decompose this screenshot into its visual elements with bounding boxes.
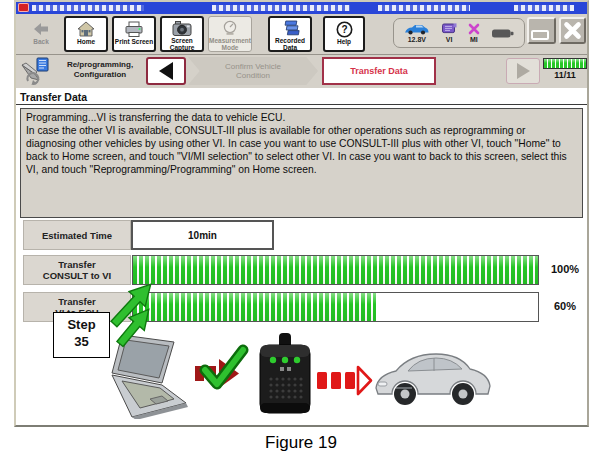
estimated-time-value: 10min xyxy=(131,220,274,250)
battery-voltage-status: 12.8V xyxy=(403,23,430,44)
titlebar-redacted-text xyxy=(32,5,144,11)
section-header: Transfer Data xyxy=(16,88,587,105)
mode-label: Re/programming, Configuration xyxy=(52,60,148,80)
data-flow-arrow-illustration xyxy=(317,364,373,398)
previous-step-button[interactable] xyxy=(146,57,186,85)
mi-x-icon xyxy=(468,23,480,35)
step-confirm-vehicle-condition: Confirm Vehicle Condition xyxy=(188,57,318,85)
recorded-data-icon xyxy=(279,20,301,37)
toolbar: Back Home Print Screen Screen Capture Me xyxy=(16,14,587,55)
recorded-data-button[interactable]: Recorded Data xyxy=(268,16,312,52)
screen-capture-button[interactable]: Screen Capture xyxy=(160,16,204,52)
minimize-button[interactable] xyxy=(527,17,556,44)
printer-icon xyxy=(124,20,144,38)
app-icon xyxy=(18,3,29,12)
check-arrow-illustration xyxy=(193,344,257,402)
transfer-vi-to-ecu-percent: 60% xyxy=(544,300,586,312)
wizard-bar: Re/programming, Configuration Confirm Ve… xyxy=(16,55,587,89)
help-button[interactable]: ? Help xyxy=(323,16,365,52)
connection-status-panel: 12.8V VI MI xyxy=(393,18,525,48)
home-icon xyxy=(77,20,95,38)
step-callout: Step 35 xyxy=(53,312,110,358)
titlebar-redacted-text xyxy=(212,5,350,11)
next-step-button[interactable] xyxy=(506,58,540,84)
figure-caption: Figure 19 xyxy=(0,433,602,453)
wizard-progress-bar xyxy=(543,58,587,69)
close-icon xyxy=(563,21,582,40)
estimated-time-label: Estimated Time xyxy=(23,220,131,250)
transfer-consult-to-vi-percent: 100% xyxy=(544,263,586,275)
svg-text:?: ? xyxy=(341,24,347,35)
vi-device-icon xyxy=(441,23,457,35)
titlebar xyxy=(16,2,587,14)
next-step-arrow-icon xyxy=(517,63,530,79)
titlebar-redacted-text xyxy=(514,5,574,11)
transfer-consult-to-vi-progressbar xyxy=(132,255,539,285)
progress-fill xyxy=(133,293,376,321)
back-button[interactable]: Back xyxy=(22,16,60,52)
wizard-progress-indicator: 11/11 xyxy=(543,58,587,80)
transfer-vi-to-ecu-progressbar xyxy=(132,292,539,322)
measurement-mode-button[interactable]: Measurement Mode xyxy=(208,16,252,52)
reprogramming-hand-icon xyxy=(20,57,50,89)
car-illustration xyxy=(372,344,494,408)
car-status-icon xyxy=(403,23,430,35)
page-title: Transfer Data xyxy=(20,91,87,103)
battery-icon xyxy=(491,27,515,40)
instruction-message: Programming...VI is transferring the dat… xyxy=(20,108,583,218)
back-arrow-icon xyxy=(32,20,50,38)
vi-unit-illustration xyxy=(256,333,314,419)
close-button[interactable] xyxy=(559,17,586,44)
question-icon: ? xyxy=(336,20,353,38)
progress-fill xyxy=(133,256,538,284)
minimize-icon xyxy=(531,30,549,40)
titlebar-redacted-text xyxy=(378,5,470,11)
wizard-progress-count: 11/11 xyxy=(543,70,587,80)
print-screen-button[interactable]: Print Screen xyxy=(112,16,156,52)
camera-icon xyxy=(172,20,192,37)
home-button[interactable]: Home xyxy=(64,16,108,52)
previous-step-arrow-icon xyxy=(159,62,173,80)
consult-window: Back Home Print Screen Screen Capture Me xyxy=(14,0,589,427)
gauge-icon xyxy=(221,19,239,37)
mi-status: MI xyxy=(468,23,480,44)
vi-status: VI xyxy=(441,23,457,44)
step-transfer-data-current: Transfer Data xyxy=(322,57,436,85)
